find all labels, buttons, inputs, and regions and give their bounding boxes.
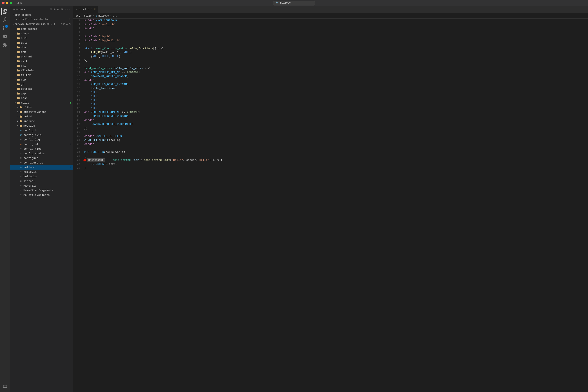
sidebar-file-build[interactable]: ›build xyxy=(10,114,73,119)
sidebar-file-config-m4[interactable]: ≡config.m4U xyxy=(10,142,73,146)
modified-dot-indicator xyxy=(70,102,71,104)
sidebar-folder-gettext[interactable]: ›gettext xyxy=(10,86,73,91)
sidebar-file-hello-c[interactable]: Chello.cU xyxy=(10,165,73,170)
back-icon[interactable]: ◀ xyxy=(17,1,19,5)
code-line-10: 10 {NULL, NULL, NULL} xyxy=(73,54,588,58)
breakpoint-dot[interactable] xyxy=(84,159,86,162)
sidebar-file-hello-la[interactable]: ≡hello.la xyxy=(10,170,73,174)
collapse-icon[interactable]: ⊟ xyxy=(61,8,63,11)
source-control-activity-icon[interactable]: 6 xyxy=(1,24,9,32)
minimize-button[interactable] xyxy=(6,2,9,4)
file-type-indicator: ≡ xyxy=(19,189,23,192)
bc-ext[interactable]: ext xyxy=(76,14,80,18)
more-icon[interactable]: ··· xyxy=(65,8,71,11)
sidebar-folder-exif[interactable]: ›exif xyxy=(10,59,73,64)
refresh-icon[interactable]: ↺ xyxy=(58,8,59,11)
line-number: 13 xyxy=(73,67,84,70)
line-number: 20 xyxy=(73,95,84,98)
sidebar-folder-ftp[interactable]: ›ftp xyxy=(10,77,73,82)
sidebar-file-configure[interactable]: ≡configure xyxy=(10,156,73,160)
sidebar-file-configure-ac[interactable]: ≡configure.ac xyxy=(10,160,73,165)
sidebar-folder-enchant[interactable]: ›enchant xyxy=(10,54,73,59)
sidebar-file-include[interactable]: ›include xyxy=(10,119,73,124)
line-content: #ifdef HAVE_CONFIG_H xyxy=(84,19,588,22)
forward-icon[interactable]: ▶ xyxy=(21,1,23,5)
tab-close-icon[interactable]: ✕ xyxy=(76,8,77,11)
sidebar-folder-dba[interactable]: ›dba xyxy=(10,45,73,50)
sidebar-file-config-log[interactable]: ≡config.log xyxy=(10,137,73,142)
sidebar-folder-hash[interactable]: ›hash xyxy=(10,96,73,100)
sidebar-folder-dom[interactable]: ›dom xyxy=(10,50,73,54)
code-line-24: 24#if ZEND_MODULE_API_NO >= 20010901 xyxy=(73,110,588,114)
sidebar-folder-gmp[interactable]: ›gmp xyxy=(10,91,73,96)
line-number: 34 xyxy=(73,151,84,154)
sidebar-folder-com_dotnet[interactable]: ›com_dotnet xyxy=(10,26,73,31)
sidebar-file--libs[interactable]: ›.libs xyxy=(10,105,73,110)
php-src-new-file[interactable]: ⊡ xyxy=(61,23,62,26)
open-editor-path: ext/hello xyxy=(34,18,48,21)
open-editor-item[interactable]: ✕ C hello.c ext/hello U xyxy=(10,17,73,22)
new-file-icon[interactable]: ⊡ xyxy=(50,8,52,11)
sidebar-file-autom4te-cache[interactable]: ›autom4te.cache xyxy=(10,110,73,114)
new-folder-icon[interactable]: ⊞ xyxy=(54,8,56,11)
sidebar-file-config-h-in[interactable]: C+config.h.in xyxy=(10,133,73,137)
sidebar-file-config-nice[interactable]: ≡config.nice xyxy=(10,146,73,151)
sidebar-folder-ffi[interactable]: ›ffi xyxy=(10,64,73,68)
folder-icon-hello xyxy=(17,101,20,104)
sidebar-file-config-h[interactable]: Cconfig.h xyxy=(10,128,73,133)
close-button[interactable] xyxy=(2,2,5,4)
code-line-4: 4 xyxy=(73,30,588,34)
remote-activity-icon[interactable] xyxy=(1,383,9,390)
run-debug-activity-icon[interactable] xyxy=(1,33,9,40)
php-src-section-header[interactable]: ▾ PHP-SRC [CONTAINER PHP-DE...] ⊡ ⊞ ↺ ⊟ xyxy=(10,22,73,26)
bc-filename[interactable]: hello.c xyxy=(98,14,109,18)
code-editor[interactable]: 1#ifdef HAVE_CONFIG_H2#include "config.h… xyxy=(73,19,588,392)
code-line-30: 30#ifdef COMPILE_DL_HELLO xyxy=(73,134,588,138)
sidebar-file-Makefile-fragments[interactable]: ≡Makefile.fragments xyxy=(10,188,73,193)
file-label: config.log xyxy=(24,138,73,141)
global-search[interactable]: 🔍 hello.c xyxy=(273,1,315,6)
sidebar-file-hello-lo[interactable]: ≡hello.lo xyxy=(10,174,73,179)
code-line-11: 11}; xyxy=(73,58,588,62)
sidebar-file-modules[interactable]: ›modules xyxy=(10,124,73,128)
folder-label-hello: hello xyxy=(21,101,70,104)
editor-area: ✕ C hello.c U ext › hello › C hello.c › … xyxy=(73,6,588,392)
bc-dots[interactable]: ... xyxy=(113,14,118,18)
sidebar-file-Makefile[interactable]: ≡Makefile xyxy=(10,184,73,188)
folder-label-enchant: enchant xyxy=(21,55,73,58)
explorer-activity-icon[interactable] xyxy=(1,8,9,15)
editor-tab[interactable]: ✕ C hello.c U xyxy=(73,6,98,13)
bc-hello[interactable]: hello xyxy=(84,14,92,18)
code-line-15: 15 STANDARD_MODULE_HEADER, xyxy=(73,74,588,78)
line-number: 8 xyxy=(73,47,84,50)
sidebar-folder-curl[interactable]: ›curl xyxy=(10,36,73,40)
code-line-29: 29 xyxy=(73,130,588,134)
line-content: RETURN_STR(str); xyxy=(84,162,588,166)
file-label: libtool xyxy=(24,180,73,183)
sidebar-folder-hello[interactable]: ▾hello xyxy=(10,100,73,105)
sidebar-folder-gd[interactable]: ›gd xyxy=(10,82,73,86)
php-src-collapse[interactable]: ⊟ xyxy=(69,23,71,26)
tab-filename: hello.c xyxy=(82,8,92,11)
line-content: { xyxy=(84,154,588,158)
sidebar-folder-ctype[interactable]: ›ctype xyxy=(10,31,73,36)
folder-icon-fileinfo xyxy=(17,69,20,72)
folder-arrow-gettext: › xyxy=(14,88,17,90)
close-editor-icon[interactable]: ✕ xyxy=(16,18,17,21)
code-line-23: 23 NULL, xyxy=(73,106,588,110)
sidebar-folder-date[interactable]: ›date xyxy=(10,40,73,45)
sidebar-file-config-status[interactable]: ≡config.status xyxy=(10,151,73,156)
folder-icon-gmp xyxy=(17,92,20,95)
php-src-new-folder[interactable]: ⊞ xyxy=(63,23,65,26)
maximize-button[interactable] xyxy=(10,2,12,4)
open-editors-section-header[interactable]: ▾ OPEN EDITORS xyxy=(10,13,73,17)
sidebar-file-Makefile-objects[interactable]: ≡Makefile.objects xyxy=(10,193,73,197)
extensions-activity-icon[interactable] xyxy=(1,41,9,49)
sidebar-file-libtool[interactable]: ≡libtool xyxy=(10,179,73,184)
line-content: STANDARD_MODULE_PROPERTIES xyxy=(84,123,588,126)
sidebar-folder-filter[interactable]: ›filter xyxy=(10,73,73,77)
sidebar-folder-fileinfo[interactable]: ›fileinfo xyxy=(10,68,73,73)
search-activity-icon[interactable] xyxy=(1,16,9,24)
line-content: #endif xyxy=(84,142,588,146)
php-src-refresh[interactable]: ↺ xyxy=(66,23,68,26)
